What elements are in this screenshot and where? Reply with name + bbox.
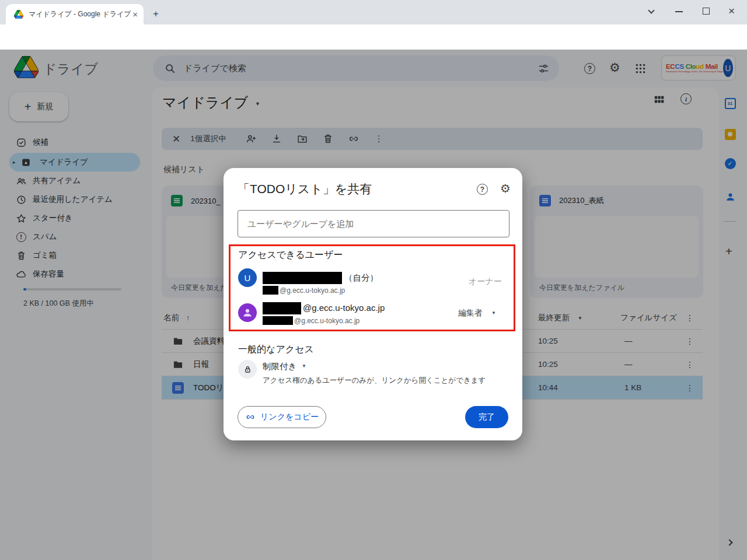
redacted-name — [263, 302, 301, 314]
editor-avatar — [238, 303, 257, 322]
access-level-dropdown[interactable]: 制限付き — [263, 361, 296, 372]
editor-name-domain: @g.ecc.u-tokyo.ac.jp — [303, 303, 385, 313]
owner-self-suffix: （自分） — [344, 272, 378, 284]
tab-title: マイドライブ - Google ドライブ — [29, 9, 132, 19]
general-access-heading: 一般的なアクセス — [238, 344, 314, 356]
role-caret-icon[interactable]: ▼ — [491, 310, 496, 316]
access-description: アクセス権のあるユーザーのみが、リンクから開くことができます — [263, 376, 486, 386]
owner-email-domain: @g.ecc.u-tokyo.ac.jp — [280, 286, 345, 295]
access-heading: アクセスできるユーザー — [238, 249, 343, 261]
redacted-email-prefix — [263, 286, 278, 295]
lock-icon — [238, 360, 257, 379]
owner-avatar: U — [238, 268, 257, 287]
browser-toolbar: ← → ↻ drive.google.com/drive/my-drive U … — [0, 24, 747, 50]
redacted-name — [263, 272, 342, 284]
owner-role-label: オーナー — [469, 276, 502, 287]
link-icon — [245, 412, 256, 422]
done-button[interactable]: 完了 — [465, 406, 508, 428]
copy-link-button[interactable]: リンクをコピー — [238, 406, 326, 428]
browser-tab[interactable]: マイドライブ - Google ドライブ × — [6, 4, 144, 24]
browser-tab-strip: マイドライブ - Google ドライブ × + × — [0, 0, 747, 24]
editor-role-dropdown[interactable]: 編集者 — [458, 308, 483, 318]
dialog-settings-icon[interactable]: ⚙ — [500, 181, 511, 195]
window-minimize-button[interactable] — [675, 11, 683, 12]
add-people-input[interactable] — [238, 210, 509, 237]
window-menu-icon[interactable] — [649, 8, 654, 13]
share-dialog: 「TODOリスト」を共有 ? ⚙ アクセスできるユーザー U （自分） @g.e… — [224, 168, 522, 440]
new-tab-button[interactable]: + — [153, 8, 159, 20]
window-close-button[interactable]: × — [728, 5, 735, 18]
access-caret-icon[interactable]: ▼ — [302, 363, 306, 369]
tab-close-icon[interactable]: × — [132, 9, 138, 19]
redacted-email-prefix — [263, 316, 293, 325]
editor-email-domain: @g.ecc.u-tokyo.ac.jp — [294, 317, 359, 325]
drive-favicon — [14, 10, 23, 19]
dialog-help-icon[interactable]: ? — [477, 184, 488, 195]
window-maximize-button[interactable] — [703, 8, 710, 15]
dialog-title: 「TODOリスト」を共有 — [238, 181, 372, 197]
screen: マイドライブ - Google ドライブ × + × ← → ↻ drive.g… — [0, 0, 747, 560]
